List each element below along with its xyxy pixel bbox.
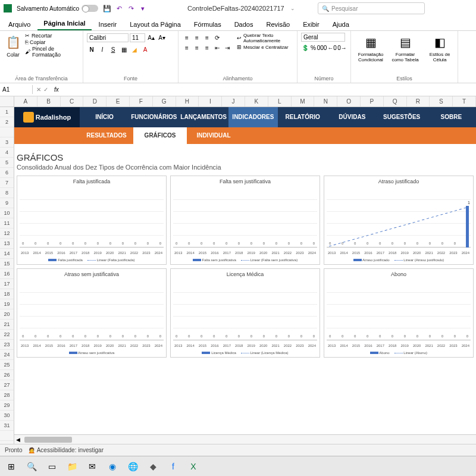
col-header[interactable]: E: [107, 96, 130, 107]
chart-0[interactable]: Falta justificada00000000000020132014201…: [17, 176, 167, 265]
align-top-icon[interactable]: ≡: [182, 33, 192, 42]
col-header[interactable]: T: [453, 96, 476, 107]
row-header[interactable]: 7: [0, 178, 14, 188]
explorer-icon[interactable]: 📁: [63, 458, 81, 475]
search-taskbar-icon[interactable]: 🔍: [23, 458, 40, 475]
row-header[interactable]: 31: [0, 421, 14, 431]
row-header[interactable]: 26: [0, 370, 14, 380]
nav-funcionários[interactable]: FUNCIONÁRIOS: [129, 107, 178, 127]
copy-button[interactable]: ⎘Copiar: [25, 39, 79, 45]
col-header[interactable]: G: [153, 96, 176, 107]
col-header[interactable]: J: [222, 96, 245, 107]
row-header[interactable]: 11: [0, 218, 14, 228]
fill-color-button[interactable]: ◢: [130, 45, 139, 54]
row-header[interactable]: 14: [0, 249, 14, 259]
align-right-icon[interactable]: ≡: [202, 43, 212, 52]
font-color-button[interactable]: A: [140, 45, 150, 54]
nav-início[interactable]: INÍCIO: [80, 107, 129, 127]
col-header[interactable]: L: [268, 96, 292, 107]
chrome-icon[interactable]: 🌐: [124, 458, 142, 475]
col-header[interactable]: M: [292, 96, 315, 107]
chart-2[interactable]: Atraso justificado0000000000012013201420…: [324, 176, 474, 265]
menu-tab-exibir[interactable]: Exibir: [297, 18, 325, 30]
nav-lançamentos[interactable]: LANÇAMENTOS: [179, 107, 228, 127]
col-header[interactable]: P: [361, 96, 384, 107]
col-header[interactable]: Q: [384, 96, 407, 107]
row-header[interactable]: 29: [0, 400, 14, 411]
facebook-icon[interactable]: f: [164, 458, 182, 475]
menu-tab-arquivo[interactable]: Arquivo: [2, 18, 36, 30]
cell-styles-button[interactable]: ◧Estilos de Célula: [424, 33, 456, 75]
col-header[interactable]: F: [130, 96, 153, 107]
row-header[interactable]: 16: [0, 269, 14, 279]
col-header[interactable]: I: [199, 96, 222, 107]
horizontal-scrollbar[interactable]: ◀: [14, 434, 476, 444]
chart-5[interactable]: Abono00000000000020132014201520162017201…: [324, 268, 474, 358]
cut-button[interactable]: ✂Recortar: [25, 33, 79, 39]
nav-sugestões[interactable]: SUGESTÕES: [377, 107, 427, 127]
merge-center-button[interactable]: ⊞Mesclar e Centralizar: [237, 44, 293, 50]
subnav-individual[interactable]: INDIVIDUAL: [187, 127, 240, 144]
col-header[interactable]: D: [83, 96, 107, 107]
sheet-content[interactable]: Radalishop INÍCIOFUNCIONÁRIOSLANÇAMENTOS…: [14, 107, 476, 444]
chart-1[interactable]: Falta sem justificativa00000000000020132…: [170, 176, 320, 265]
row-header[interactable]: 21: [0, 320, 14, 330]
row-header[interactable]: 22: [0, 330, 14, 340]
dec-dec-icon[interactable]: 0→: [337, 43, 347, 52]
app-icon-1[interactable]: ◆: [144, 458, 162, 475]
row-header[interactable]: 27: [0, 380, 14, 390]
menu-tab-layout-da-página[interactable]: Layout da Página: [124, 18, 187, 30]
cancel-icon[interactable]: ✕: [36, 86, 41, 93]
font-name-select[interactable]: Calibri: [87, 33, 129, 42]
row-header[interactable]: 15: [0, 259, 14, 269]
menu-tab-página-inicial[interactable]: Página Inicial: [37, 17, 91, 30]
dec-inc-icon[interactable]: ←0: [327, 43, 337, 52]
currency-icon[interactable]: 💲: [301, 43, 309, 52]
row-header[interactable]: 12: [0, 228, 14, 239]
toggle-icon[interactable]: [82, 5, 98, 12]
subnav-resultados[interactable]: RESULTADOS: [80, 127, 133, 144]
nav-indicadores[interactable]: INDICADORES: [228, 107, 278, 127]
align-center-icon[interactable]: ≡: [192, 43, 202, 52]
bold-button[interactable]: N: [87, 45, 96, 54]
excel-taskbar-icon[interactable]: X: [184, 458, 202, 475]
search-input[interactable]: 🔍 Pesquisar: [318, 2, 425, 14]
enter-icon[interactable]: ✓: [43, 86, 48, 93]
chart-4[interactable]: Licença Médica00000000000020132014201520…: [170, 268, 320, 358]
row-header[interactable]: 17: [0, 279, 14, 289]
increase-font-icon[interactable]: A▴: [146, 33, 156, 42]
align-bottom-icon[interactable]: ≡: [202, 33, 212, 42]
task-view-icon[interactable]: ▭: [43, 458, 61, 475]
row-header[interactable]: 19: [0, 299, 14, 309]
col-header[interactable]: A: [14, 96, 37, 107]
indent-inc-icon[interactable]: ⇥: [223, 43, 232, 52]
row-header[interactable]: 18: [0, 289, 14, 299]
row-header[interactable]: 1: [0, 107, 14, 117]
col-header[interactable]: O: [337, 96, 361, 107]
format-painter-button[interactable]: 🖌Pincel de Formatação: [25, 46, 79, 58]
format-table-button[interactable]: ▤Formatar como Tabela: [389, 33, 421, 75]
wrap-text-button[interactable]: ↩Quebrar Texto Automaticamente: [237, 33, 293, 43]
col-header[interactable]: S: [430, 96, 453, 107]
row-header[interactable]: 13: [0, 239, 14, 249]
align-middle-icon[interactable]: ≡: [192, 33, 202, 42]
orientation-icon[interactable]: ⟳: [212, 33, 222, 42]
brand-logo[interactable]: Radalishop: [14, 107, 80, 127]
thousands-icon[interactable]: 000: [317, 43, 327, 52]
scroll-thumb[interactable]: [24, 437, 72, 443]
mail-icon[interactable]: ✉: [83, 458, 101, 475]
start-button[interactable]: ⊞: [2, 458, 20, 475]
qat-dropdown-icon[interactable]: ▾: [139, 4, 147, 12]
underline-button[interactable]: S: [108, 45, 118, 54]
row-header[interactable]: 23: [0, 340, 14, 350]
row-header[interactable]: 30: [0, 411, 14, 421]
menu-tab-dados[interactable]: Dados: [228, 18, 259, 30]
redo-icon[interactable]: ↷: [127, 4, 135, 12]
col-header[interactable]: C: [61, 96, 84, 107]
align-left-icon[interactable]: ≡: [182, 43, 192, 52]
autosave-toggle[interactable]: Salvamento Automático: [17, 5, 98, 12]
row-header[interactable]: 2: [0, 117, 14, 127]
row-header[interactable]: 24: [0, 350, 14, 360]
row-header[interactable]: 4: [0, 148, 14, 158]
chart-3[interactable]: Atraso sem justificativa0000000000002013…: [17, 268, 167, 358]
